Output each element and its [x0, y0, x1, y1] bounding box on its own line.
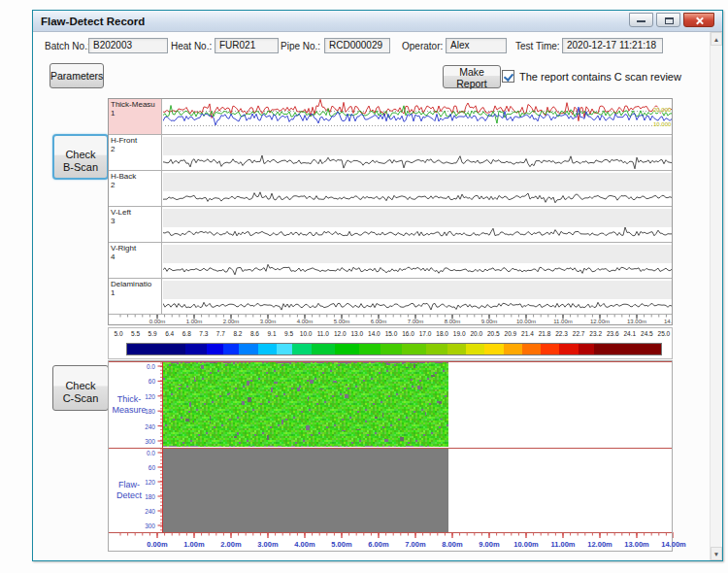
thickness-cscan-image — [163, 362, 448, 447]
cscan-y-tick-label: 300 — [116, 522, 155, 529]
color-scale-value: 6.4 — [165, 330, 174, 337]
channel-name: Thick-Measu — [111, 100, 159, 109]
cscan-y-tick-label: 240 — [116, 508, 155, 515]
cscan-x-tick-label: 4.00m — [294, 540, 314, 549]
field-label: Test Time: — [515, 41, 560, 51]
bscan-x-tick-label: 8.00m — [445, 319, 461, 324]
field-value-testtime[interactable]: 2020-12-17 11:21:18 — [562, 38, 663, 53]
cscan-y-tick-label: 180 — [116, 493, 155, 500]
color-scale-value: 16.0 — [402, 330, 414, 337]
color-scale-value: 10.0 — [300, 330, 313, 337]
cscan-y-tick-label: 120 — [116, 479, 155, 486]
desktop: Flaw-Detect Record ▲ ▼ Batch No.:B202003… — [0, 0, 728, 573]
channel-number: 1 — [111, 288, 159, 297]
color-scale-value: 5.9 — [149, 330, 157, 337]
bscan-row-v-right[interactable]: V-Right4 — [109, 243, 672, 279]
cscan-x-tick-label: 11.00m — [550, 540, 575, 549]
cscan-x-tick-label: 3.00m — [257, 540, 278, 549]
bscan-row-v-left[interactable]: V-Left3 — [109, 207, 672, 243]
maximize-button[interactable] — [656, 13, 680, 27]
field-value-batchno[interactable]: B202003 — [88, 38, 168, 53]
field-label: Operator: — [402, 41, 443, 51]
color-scale-value: 5.0 — [114, 330, 122, 337]
bscan-x-tick-label: 13.00m — [627, 319, 646, 324]
color-scale-value: 12.0 — [334, 330, 347, 337]
bscan-waveform — [163, 279, 672, 314]
color-scale-value: 8.6 — [250, 330, 259, 337]
maximize-icon — [665, 17, 674, 24]
make-report-button[interactable]: Make Report — [443, 65, 501, 88]
color-scale-value: 24.1 — [623, 330, 636, 337]
bscan-waveform — [163, 207, 672, 242]
checkmark-icon[interactable] — [502, 70, 514, 83]
channel-number: 4 — [111, 253, 159, 261]
minimize-button[interactable] — [629, 13, 653, 27]
bscan-x-tick-label: 4.00m — [297, 319, 314, 324]
bscan-x-tick-label: 7.00m — [408, 319, 424, 324]
color-scale-value: 13.0 — [351, 330, 364, 337]
bscan-x-tick-label: 3.00m — [260, 319, 277, 324]
bscan-x-tick-label: 1.00m — [186, 319, 203, 324]
field-value-operator[interactable]: Alex — [446, 38, 507, 53]
bscan-channel-label: H-Back2 — [109, 171, 162, 206]
bscan-x-tick-label: 10.00m — [516, 319, 536, 324]
cscan-y-tick-label: 120 — [116, 393, 155, 400]
report-cscan-checkbox[interactable]: The report contains C scan review — [502, 70, 681, 83]
field-value-pipeno[interactable]: RCD000029 — [324, 38, 390, 53]
check-bscan-label-1: Check — [65, 149, 95, 160]
bscan-row-delaminatio[interactable]: Delaminatio1 — [109, 279, 672, 315]
cscan-y-tick-label: 240 — [116, 423, 155, 430]
bscan-panel: Thick-Measu120.00010.000H-Front2H-Back2V… — [108, 98, 673, 325]
color-scale-value: 23.2 — [589, 330, 602, 337]
flaw-cscan-image — [163, 449, 448, 532]
ref-gate-label: 10.000 — [653, 121, 671, 127]
bscan-row-h-front[interactable]: H-Front2 — [109, 135, 672, 171]
color-scale-bar — [126, 343, 662, 355]
ref-gate-label: 20.000 — [653, 107, 671, 113]
cscan-x-tick-label: 5.00m — [331, 540, 351, 549]
vertical-scrollbar[interactable]: ▲ ▼ — [710, 32, 722, 560]
close-button[interactable] — [683, 13, 714, 27]
channel-name: Delaminatio — [111, 280, 159, 288]
field-value-heatno[interactable]: FUR021 — [215, 38, 279, 53]
bscan-row-h-back[interactable]: H-Back2 — [109, 171, 672, 207]
channel-number: 2 — [111, 181, 159, 189]
cscan-x-tick-label: 9.00m — [479, 540, 499, 549]
cscan-x-tick-label: 1.00m — [183, 540, 204, 549]
field-label: Pipe No.: — [281, 41, 320, 51]
scroll-down-icon[interactable]: ▼ — [711, 547, 722, 560]
channel-number: 2 — [111, 145, 159, 153]
color-scale-value: 7.3 — [199, 330, 208, 337]
bscan-x-tick-label: 0.00m — [149, 319, 166, 324]
cscan-x-tick-label: 2.00m — [220, 540, 241, 549]
parameters-button[interactable]: Parameters — [50, 63, 104, 88]
check-bscan-label-2: B-Scan — [63, 161, 98, 173]
color-scale-value: 22.7 — [573, 330, 585, 337]
channel-name: V-Right — [111, 244, 159, 253]
color-scale-value: 8.2 — [233, 330, 242, 337]
scroll-up-icon[interactable]: ▲ — [711, 32, 722, 46]
bscan-waveform — [163, 171, 672, 206]
checkbox-label: The report contains C scan review — [519, 71, 681, 83]
check-bscan-button[interactable]: Check B-Scan — [52, 134, 109, 180]
cscan-x-tick-label: 13.00m — [624, 540, 648, 549]
bscan-x-tick-label: 2.00m — [223, 319, 240, 324]
cscan-y-tick-label: 0.0 — [116, 363, 155, 370]
color-scale-value: 22.3 — [555, 330, 568, 337]
channel-name: H-Front — [111, 136, 159, 145]
bscan-x-tick-label: 14.00m — [664, 319, 673, 324]
bscan-row-thick-measu[interactable]: Thick-Measu120.00010.000 — [109, 99, 672, 135]
cscan-x-tick-label: 10.00m — [513, 540, 538, 549]
color-scale-value: 11.0 — [317, 330, 329, 337]
bscan-channel-label: V-Left3 — [109, 207, 162, 242]
minimize-icon — [637, 20, 645, 22]
channel-number: 3 — [111, 217, 159, 225]
check-cscan-button[interactable]: Check C-Scan — [52, 365, 109, 411]
color-scale-value: 9.5 — [284, 330, 293, 337]
color-scale-value: 20.9 — [505, 330, 517, 337]
channel-number: 1 — [111, 109, 159, 118]
bscan-waveform: 20.00010.000 — [163, 99, 672, 134]
window-controls — [629, 13, 714, 27]
bscan-waveform — [163, 243, 672, 278]
titlebar[interactable]: Flaw-Detect Record — [33, 11, 722, 32]
